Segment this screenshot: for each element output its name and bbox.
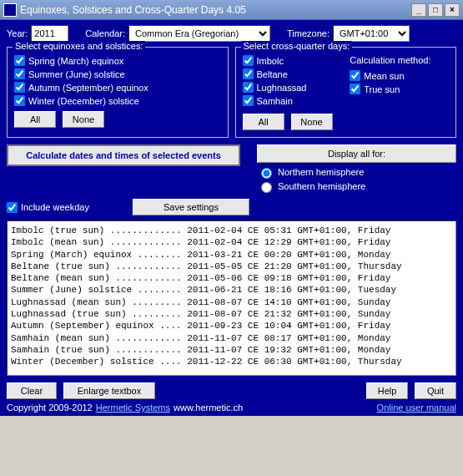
imbolc-label: Imbolc	[257, 56, 284, 66]
timezone-select[interactable]: GMT+01:00	[333, 25, 410, 42]
copyright-text: Copyright 2009-2012	[7, 403, 93, 413]
titlebar: Equinoxes, Solstices and Cross-Quarter D…	[0, 0, 463, 20]
enlarge-button[interactable]: Enlarge textbox	[63, 382, 155, 399]
window-title: Equinoxes, Solstices and Cross-Quarter D…	[20, 4, 410, 16]
calculate-button[interactable]: Calculate dates and times of selected ev…	[7, 144, 240, 166]
northern-label: Northern hemisphere	[278, 167, 364, 177]
true-sun-label: True sun	[364, 84, 400, 94]
calendar-select[interactable]: Common Era (Gregorian)	[128, 25, 270, 42]
beltane-checkbox[interactable]	[243, 68, 254, 79]
display-all-button[interactable]: Display all for:	[257, 144, 456, 163]
maximize-button[interactable]: □	[428, 3, 443, 17]
summer-solstice-checkbox[interactable]	[14, 68, 25, 79]
cq-legend: Select cross-quarter days:	[241, 41, 353, 51]
spring-equinox-label: Spring (March) equinox	[28, 56, 123, 66]
output-textbox[interactable]: Imbolc (true sun) ............. 2011-02-…	[7, 220, 456, 376]
samhain-label: Samhain	[257, 96, 293, 106]
mean-sun-checkbox[interactable]	[350, 70, 360, 81]
minimize-button[interactable]: _	[411, 3, 426, 17]
autumn-equinox-checkbox[interactable]	[14, 82, 25, 93]
company-link[interactable]: Hermetic Systems	[96, 403, 170, 413]
southern-label: Southern hemisphere	[278, 181, 365, 191]
true-sun-checkbox[interactable]	[350, 84, 360, 94]
beltane-label: Beltane	[257, 69, 288, 79]
top-row: Year: Calendar: Common Era (Gregorian) T…	[7, 25, 456, 42]
year-input[interactable]	[31, 25, 68, 42]
help-button[interactable]: Help	[366, 382, 408, 399]
clear-button[interactable]: Clear	[7, 382, 57, 399]
samhain-checkbox[interactable]	[243, 95, 254, 106]
include-weekday-checkbox[interactable]	[7, 202, 18, 213]
winter-solstice-checkbox[interactable]	[14, 95, 25, 106]
quit-button[interactable]: Quit	[415, 382, 456, 399]
lughnassad-label: Lughnassad	[257, 83, 307, 93]
autumn-equinox-label: Autumn (September) equinox	[28, 83, 148, 93]
eq-none-button[interactable]: None	[63, 111, 104, 128]
cq-all-button[interactable]: All	[243, 114, 284, 130]
footer: Copyright 2009-2012 Hermetic Systems www…	[7, 403, 456, 413]
eq-all-button[interactable]: All	[14, 111, 56, 128]
winter-solstice-label: Winter (December) solstice	[28, 96, 139, 106]
imbolc-checkbox[interactable]	[243, 55, 254, 66]
cq-none-button[interactable]: None	[291, 114, 333, 130]
summer-solstice-label: Summer (June) solstice	[28, 69, 125, 79]
year-label: Year:	[7, 28, 28, 38]
mean-sun-label: Mean sun	[364, 71, 404, 81]
calendar-label: Calendar:	[85, 28, 125, 38]
equinox-legend: Select equinoxes and solstices:	[13, 41, 145, 51]
include-weekday-label: Include weekday	[21, 202, 89, 212]
cross-quarter-group: Select cross-quarter days: Imbolc Beltan…	[235, 47, 457, 138]
spring-equinox-checkbox[interactable]	[14, 55, 25, 66]
manual-link[interactable]: Online user manual	[377, 403, 456, 413]
lughnassad-checkbox[interactable]	[243, 82, 254, 93]
save-settings-button[interactable]: Save settings	[133, 199, 249, 215]
southern-radio[interactable]	[261, 182, 272, 193]
timezone-label: Timezone:	[287, 28, 330, 38]
northern-radio[interactable]	[261, 168, 272, 179]
app-icon	[3, 3, 17, 17]
url-text: www.hermetic.ch	[174, 403, 243, 413]
equinox-group: Select equinoxes and solstices: Spring (…	[7, 47, 229, 138]
calc-method-label: Calculation method:	[350, 55, 430, 65]
close-button[interactable]: ×	[445, 3, 460, 17]
